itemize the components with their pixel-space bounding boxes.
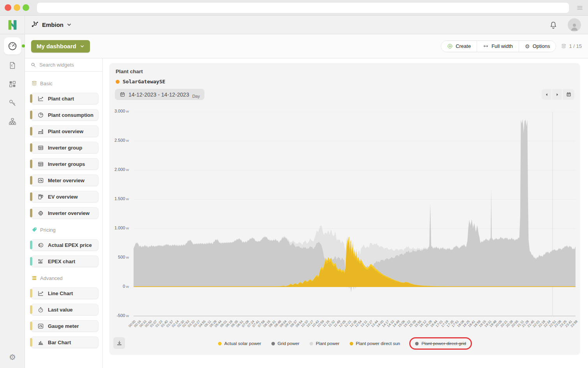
section-header-advanced: Advanced [25,272,102,283]
x-tick-label: 03:10 [187,319,195,328]
x-tick-label: 17:51 [451,319,459,328]
y-tick-label: 1.000W [114,225,129,230]
x-tick-label: 12:05 [338,319,347,328]
rail-item-sites[interactable] [8,117,17,126]
x-tick-label: 09:21 [284,319,292,328]
notifications-bell-icon[interactable] [549,21,558,29]
x-tick-label: 20:05 [494,319,503,328]
online-status-dot [22,44,25,48]
x-tick-label: 14:49 [392,319,400,328]
create-button-label: Create [456,43,471,49]
x-tick-label: 01:23 [155,319,163,328]
maximize-window-button[interactable] [23,4,29,11]
user-avatar[interactable] [568,18,581,32]
epex-chart-icon [37,258,44,265]
widget-item-meter-overview[interactable]: Meter overview [31,174,99,186]
widget-item-plant-overview[interactable]: Plant overview [31,125,99,137]
widget-item-inverter-groups[interactable]: Inverter groups [31,158,99,170]
app-header: Embion [25,16,588,34]
widget-item-actual-epex-price[interactable]: €Actual EPEX price [31,239,99,251]
x-tick-label: 19:48 [489,319,497,328]
widget-item-label: Plant overview [48,129,83,134]
widget-item-inverter-group[interactable]: Inverter group [31,142,99,153]
navigation-rail: € ⚙ [0,34,25,368]
x-tick-label: 15:39 [408,319,417,328]
widget-item-label: Plant chart [48,96,74,102]
gateway-status-dot [116,80,120,84]
x-tick-label: 11:16 [322,319,331,328]
legend-dot [350,342,353,345]
widget-item-line-chart[interactable]: Line Chart [31,287,99,299]
legend-item-actual-solar-power[interactable]: Actual solar power [218,341,261,346]
widget-item-epex-chart[interactable]: EPEX chart [31,255,99,267]
x-tick-label: 22:34 [543,319,551,328]
calendar-button[interactable] [563,89,574,100]
x-tick-label: 13:11 [360,319,368,328]
rail-item-dashboard[interactable] [4,37,21,55]
x-tick-label: 00:50 [144,319,152,328]
browser-menu-icon[interactable] [576,4,583,11]
widget-item-bar-chart[interactable]: Bar Chart [31,336,99,348]
table-icon [37,144,44,151]
widget-item-inverter-overview[interactable]: Inverter overview [31,207,99,219]
accent-bar [30,94,32,103]
create-button[interactable]: Create [441,41,477,52]
line-chart-icon [37,95,44,102]
x-tick-label: 22:51 [548,319,557,328]
section-label: Basic [40,81,53,86]
widget-item-plant-chart[interactable]: Plant chart [31,93,99,104]
accent-bar [30,192,32,201]
previous-day-button[interactable] [542,89,551,100]
options-button[interactable]: ⚙ Options [519,41,556,52]
date-range-picker[interactable]: 14-12-2023 - 14-12-2023 Day [115,89,204,100]
money-icon: € [37,242,44,248]
full-width-button[interactable]: Full width [477,41,519,52]
x-tick-label: 09:54 [295,319,303,328]
widget-item-plant-consumption[interactable]: Plant consumption [31,109,99,121]
x-tick-label: 17:18 [440,319,449,328]
caret-left-icon [544,92,549,97]
x-tick-label: 18:25 [462,319,470,328]
table-icon [37,161,44,167]
x-tick-label: 23:25 [559,319,567,328]
dashboard-canvas: Plant chart SolarGatewaySE 14-12-2023 - … [103,58,588,368]
x-tick-label: 11:32 [327,319,336,328]
logo-h-icon [6,18,19,32]
legend-item-plant-power-direct-grid[interactable]: Plant power direct grid [415,341,466,346]
widget-item-ev-overview[interactable]: EV overview [31,191,99,202]
browser-window: Embion My dashboard Create Full wi [0,0,588,368]
rail-item-access-keys[interactable] [8,99,17,107]
search-icon [30,62,36,68]
accent-bar [30,257,32,266]
organization-selector[interactable]: Embion [30,21,72,29]
organization-name: Embion [42,21,63,28]
section-label: Advanced [40,275,63,281]
url-bar[interactable] [37,3,569,13]
y-tick-label: 500W [118,255,129,259]
calendar-icon [120,92,125,97]
svg-text:€: € [11,64,13,67]
legend-item-grid-power[interactable]: Grid power [271,341,299,346]
stopwatch-icon [37,306,44,313]
accent-bar [30,338,32,347]
x-tick-label: 00:16 [133,319,142,328]
widget-item-gauge-meter[interactable]: Gauge meter [31,320,99,332]
minimize-window-button[interactable] [14,4,20,11]
rail-item-widgets[interactable] [8,80,17,88]
close-window-button[interactable] [5,4,11,11]
app-logo[interactable] [0,16,25,34]
rail-item-invoices[interactable]: € [8,61,17,70]
legend-item-plant-power-direct-sun[interactable]: Plant power direct sun [350,341,400,346]
next-day-button[interactable] [552,89,562,100]
dashboard-selector-button[interactable]: My dashboard [31,40,90,53]
search-input[interactable] [39,62,94,68]
settings-gear-icon[interactable]: ⚙ [0,352,25,362]
section-header-basic: Basic [25,77,102,88]
widget-item-label: EV overview [48,194,78,200]
x-tick-label: 09:04 [278,319,287,328]
widget-item-last-value[interactable]: Last value [31,304,99,315]
widget-item-label: Plant consumption [48,112,93,118]
window-chrome [0,0,588,16]
plant-chart-plot[interactable] [134,112,576,316]
legend-item-plant-power[interactable]: Plant power [310,341,340,346]
